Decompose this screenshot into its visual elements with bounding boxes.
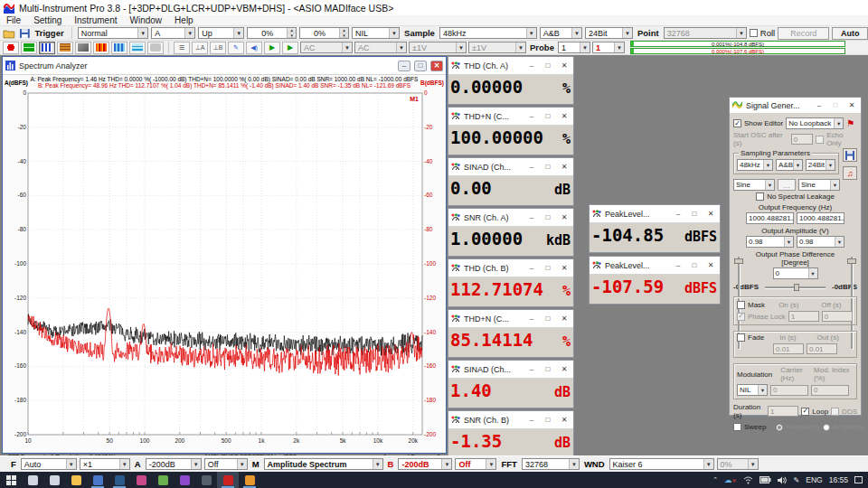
- spectrum-titlebar[interactable]: Spectrum Analyzer – □ ✕: [3, 57, 446, 75]
- record-button[interactable]: [3, 42, 19, 54]
- siggen-rate-select[interactable]: 48kHz▼: [737, 159, 773, 171]
- meter-thd+nc-titlebar[interactable]: THD+N (C...–□✕: [448, 310, 573, 328]
- spectrum-3d-button[interactable]: [75, 42, 91, 54]
- fade-checkbox[interactable]: [737, 333, 745, 342]
- siggen-titlebar[interactable]: Signal Gener... – □ ✕: [730, 98, 861, 114]
- loop-checkbox[interactable]: [801, 408, 809, 416]
- sound-device-button[interactable]: ◀): [246, 42, 262, 54]
- window-function-select[interactable]: Kaiser 6▼: [609, 458, 714, 470]
- maximize-button[interactable]: □: [542, 111, 554, 122]
- spinner-buttons[interactable]: ▲▼: [287, 28, 296, 38]
- taskbar-app-pink[interactable]: [130, 472, 152, 488]
- taskbar-search[interactable]: [22, 472, 43, 488]
- menu-setting[interactable]: Setting: [27, 15, 68, 26]
- close-icon[interactable]: ✕: [558, 263, 571, 274]
- meter-snrcha-titlebar[interactable]: SNR (Ch. A)–□✕: [448, 209, 573, 227]
- b-range-select[interactable]: -200dB▼: [398, 458, 452, 470]
- minimize-button[interactable]: –: [525, 314, 538, 324]
- close-icon[interactable]: ✕: [704, 209, 717, 220]
- taskbar-start[interactable]: [0, 472, 22, 488]
- maximize-button[interactable]: □: [542, 162, 554, 173]
- minimize-button[interactable]: –: [525, 415, 538, 426]
- spectrum-mode-select[interactable]: Amplitude Spectrum▼: [264, 458, 383, 470]
- spinner-buttons[interactable]: ▲▼: [339, 28, 348, 38]
- spectrum-plot[interactable]: 00-20-20-40-40-60-60-80-80-100-100-120-1…: [3, 89, 446, 447]
- maximize-button[interactable]: □: [688, 260, 701, 271]
- music-notes-button[interactable]: ♫: [843, 166, 857, 180]
- sample-rate-select[interactable]: 48kHz▼: [439, 27, 537, 39]
- run-button[interactable]: ▶: [264, 42, 280, 54]
- trigger-level-spinner[interactable]: 0% ▲▼: [247, 27, 297, 39]
- peak-level-meter-a-titlebar[interactable]: PeakLevel...–□✕: [590, 205, 720, 223]
- a-range-select[interactable]: -200dB▼: [146, 458, 202, 470]
- frequency-a-select[interactable]: 1000.488281․▼: [746, 212, 794, 224]
- maximize-button[interactable]: □: [542, 61, 554, 71]
- spectrogram-button[interactable]: [93, 42, 109, 54]
- show-editor-checkbox[interactable]: [733, 119, 741, 127]
- siggen-save-button[interactable]: [843, 148, 857, 162]
- notification-icon[interactable]: [854, 476, 863, 483]
- minimize-button[interactable]: –: [672, 260, 684, 271]
- data-logger-button[interactable]: [111, 42, 127, 54]
- taskbar-app-blue[interactable]: [108, 472, 130, 488]
- close-icon[interactable]: ✕: [558, 364, 571, 375]
- open-file-icon[interactable]: [3, 28, 16, 39]
- trigger-edge-select[interactable]: Up▼: [198, 27, 244, 39]
- volume-icon[interactable]: [778, 476, 788, 484]
- taskbar-app-green[interactable]: [152, 472, 174, 488]
- calibrate-button[interactable]: ☰: [174, 42, 190, 54]
- meter-sinadch-titlebar[interactable]: SINAD (Ch...–□✕: [448, 361, 573, 379]
- derived-data-button[interactable]: [147, 42, 164, 54]
- maximize-button[interactable]: □: [542, 263, 554, 274]
- probe-a-select[interactable]: 1▼: [558, 42, 590, 53]
- minimize-button[interactable]: –: [525, 61, 538, 71]
- minimize-button[interactable]: –: [525, 111, 538, 122]
- tray-chevron-icon[interactable]: ⌃: [712, 476, 718, 483]
- sweep-checkbox[interactable]: [733, 423, 741, 431]
- minimize-button[interactable]: –: [525, 162, 538, 173]
- menu-instrument[interactable]: Instrument: [68, 15, 123, 26]
- zoom-select[interactable]: ×1▼: [80, 458, 130, 470]
- clock[interactable]: 16:55: [829, 475, 848, 484]
- minimize-button[interactable]: –: [672, 209, 684, 220]
- frequency-range-select[interactable]: Auto▼: [21, 458, 77, 470]
- close-icon[interactable]: ✕: [558, 162, 571, 173]
- roll-checkbox[interactable]: [750, 29, 758, 37]
- bit-depth-select[interactable]: 24Bit▼: [585, 27, 633, 39]
- auto-button[interactable]: Auto: [832, 27, 868, 40]
- taskbar-app-c-orange[interactable]: [239, 472, 260, 488]
- taskbar-file-explorer[interactable]: [65, 472, 87, 488]
- pen-icon[interactable]: ✎: [794, 476, 800, 484]
- close-icon[interactable]: ✕: [845, 100, 858, 111]
- taskbar-app-vj[interactable]: [87, 472, 108, 488]
- trigger-source-select[interactable]: A▼: [151, 27, 195, 39]
- taskbar-task-view[interactable]: [43, 472, 65, 488]
- maximize-button[interactable]: □: [542, 314, 554, 324]
- trigger-mode-select[interactable]: Normal▼: [78, 27, 148, 39]
- amplitude-b-select[interactable]: 0.98▼: [797, 236, 844, 248]
- taskbar-multi-instrument[interactable]: [217, 472, 239, 488]
- wifi-icon[interactable]: [743, 476, 753, 484]
- frequency-b-select[interactable]: 1000.488281․▼: [797, 212, 844, 224]
- zero-b-button[interactable]: ⊥B: [210, 42, 226, 54]
- loopback-select[interactable]: No Loopback▼: [786, 117, 844, 129]
- language-indicator[interactable]: ENG: [806, 475, 822, 484]
- fft-size-select[interactable]: 32768▼: [522, 458, 580, 470]
- maximize-button[interactable]: □: [542, 212, 554, 223]
- trigger-hpf-select[interactable]: NIL▼: [352, 27, 400, 39]
- menu-window[interactable]: Window: [124, 15, 169, 26]
- minimize-button[interactable]: –: [525, 364, 538, 375]
- close-icon[interactable]: ✕: [558, 111, 571, 122]
- maximize-button[interactable]: □: [414, 61, 427, 71]
- meter-thdchb-titlebar[interactable]: THD (Ch. B)–□✕: [448, 259, 573, 277]
- balance-slider[interactable]: [765, 284, 826, 291]
- waveform-a-select[interactable]: Sine▼: [733, 179, 775, 191]
- no-spectral-leakage-checkbox[interactable]: [756, 192, 764, 201]
- siggen-bits-select[interactable]: 24Bit▼: [806, 159, 835, 171]
- meter-sinadch-titlebar[interactable]: SINAD (Ch...–□✕: [448, 158, 573, 176]
- meter-thd+nc-titlebar[interactable]: THD+N (C...–□✕: [448, 108, 573, 126]
- amplitude-a-select[interactable]: 0.98▼: [746, 236, 794, 248]
- close-icon[interactable]: ✕: [430, 61, 443, 71]
- modulation-select[interactable]: NIL▼: [737, 384, 768, 396]
- minimize-button[interactable]: –: [525, 263, 538, 274]
